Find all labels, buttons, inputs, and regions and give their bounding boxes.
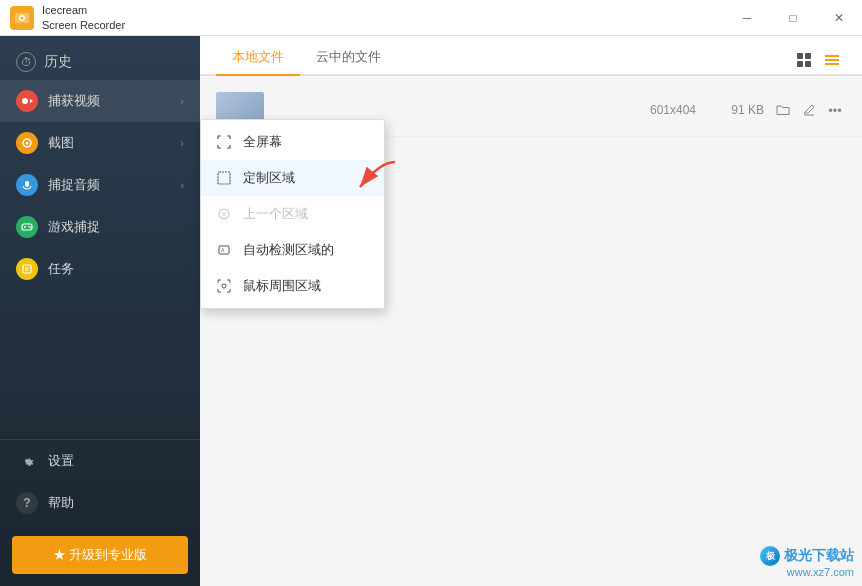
sidebar: ⏱ 历史 捕获视频 › 截图 › 捕捉音频 › — [0, 36, 200, 586]
app-title: Icecream Screen Recorder — [42, 3, 125, 32]
auto-detect-label: 自动检测区域的 — [243, 241, 334, 259]
upgrade-button[interactable]: ★ 升级到专业版 — [12, 536, 188, 574]
audio-label: 捕捉音频 — [48, 176, 180, 194]
audio-icon — [16, 174, 38, 196]
svg-rect-20 — [825, 55, 839, 57]
app-icon — [10, 6, 34, 30]
custom-area-label: 定制区域 — [243, 169, 295, 187]
watermark-logo-icon: 极 — [760, 546, 780, 566]
watermark-brand: 极 极光下载站 — [760, 546, 854, 566]
window-controls: ─ □ ✕ — [724, 0, 862, 36]
svg-rect-24 — [218, 172, 230, 184]
file-size: 91 KB — [704, 103, 764, 117]
last-area-label: 上一个区域 — [243, 205, 308, 223]
list-view-icon[interactable] — [818, 46, 846, 74]
help-icon: ? — [16, 492, 38, 514]
svg-point-2 — [21, 16, 24, 19]
game-label: 游戏捕捉 — [48, 218, 184, 236]
svg-point-25 — [219, 209, 229, 219]
tab-local-files[interactable]: 本地文件 — [216, 40, 300, 76]
screenshot-label: 截图 — [48, 134, 180, 152]
history-icon: ⏱ — [16, 52, 36, 72]
fullscreen-label: 全屏幕 — [243, 133, 282, 151]
svg-point-28 — [222, 284, 226, 288]
svg-rect-19 — [805, 61, 811, 67]
mouse-area-label: 鼠标周围区域 — [243, 277, 321, 295]
custom-area-icon — [215, 169, 233, 187]
history-label: 历史 — [44, 53, 72, 71]
svg-rect-7 — [25, 181, 29, 187]
svg-rect-21 — [825, 59, 839, 61]
svg-rect-16 — [797, 53, 803, 59]
tasks-icon — [16, 258, 38, 280]
svg-marker-4 — [30, 99, 33, 103]
sidebar-item-screenshot[interactable]: 截图 › — [0, 122, 200, 164]
maximize-button[interactable]: □ — [770, 0, 816, 36]
settings-icon — [16, 450, 38, 472]
svg-point-12 — [30, 227, 32, 229]
sidebar-history-header: ⏱ 历史 — [0, 36, 200, 80]
last-area-icon — [215, 205, 233, 223]
tab-cloud-files[interactable]: 云中的文件 — [300, 40, 397, 76]
sidebar-item-capture-video[interactable]: 捕获视频 › — [0, 80, 200, 122]
help-label: 帮助 — [48, 494, 184, 512]
watermark-url: www.xz7.com — [787, 566, 854, 578]
app-branding: Icecream Screen Recorder — [0, 3, 125, 32]
audio-arrow: › — [180, 179, 184, 191]
svg-rect-18 — [797, 61, 803, 67]
close-button[interactable]: ✕ — [816, 0, 862, 36]
capture-video-icon — [16, 90, 38, 112]
svg-point-3 — [22, 98, 28, 104]
tasks-label: 任务 — [48, 260, 184, 278]
watermark: 极 极光下载站 www.xz7.com — [760, 546, 854, 578]
minimize-button[interactable]: ─ — [724, 0, 770, 36]
svg-text:A: A — [221, 247, 225, 253]
file-dimensions: 601x404 — [616, 103, 696, 117]
svg-point-11 — [28, 226, 30, 228]
dropdown-item-fullscreen[interactable]: 全屏幕 — [201, 124, 384, 160]
screenshot-icon — [16, 132, 38, 154]
settings-label: 设置 — [48, 452, 184, 470]
dropdown-item-auto-detect[interactable]: A 自动检测区域的 — [201, 232, 384, 268]
game-icon — [16, 216, 38, 238]
more-options-icon[interactable]: ••• — [824, 99, 846, 121]
capture-video-label: 捕获视频 — [48, 92, 180, 110]
grid-view-icon[interactable] — [790, 46, 818, 74]
dropdown-item-custom-area[interactable]: 定制区域 — [201, 160, 384, 196]
mouse-area-icon — [215, 277, 233, 295]
dropdown-item-last-area: 上一个区域 — [201, 196, 384, 232]
sidebar-item-audio[interactable]: 捕捉音频 › — [0, 164, 200, 206]
svg-rect-13 — [23, 265, 31, 273]
sidebar-item-tasks[interactable]: 任务 — [0, 248, 200, 290]
auto-detect-icon: A — [215, 241, 233, 259]
svg-rect-17 — [805, 53, 811, 59]
fullscreen-icon — [215, 133, 233, 151]
edit-icon[interactable] — [798, 99, 820, 121]
svg-point-6 — [26, 142, 29, 145]
open-folder-icon[interactable] — [772, 99, 794, 121]
svg-rect-22 — [825, 63, 839, 65]
tabs-bar: 本地文件 云中的文件 — [200, 36, 862, 76]
capture-video-arrow: › — [180, 95, 184, 107]
sidebar-bottom: 设置 ? 帮助 ★ 升级到专业版 — [0, 439, 200, 586]
screenshot-arrow: › — [180, 137, 184, 149]
file-actions: ••• — [772, 99, 846, 121]
sidebar-item-game[interactable]: 游戏捕捉 — [0, 206, 200, 248]
sidebar-item-help[interactable]: ? 帮助 — [0, 482, 200, 524]
main-layout: ⏱ 历史 捕获视频 › 截图 › 捕捉音频 › — [0, 36, 862, 586]
sidebar-item-settings[interactable]: 设置 — [0, 440, 200, 482]
dropdown-menu: 全屏幕 定制区域 上一个区域 A 自动检测区域的 鼠标周围区域 — [200, 119, 385, 309]
dropdown-item-mouse-area[interactable]: 鼠标周围区域 — [201, 268, 384, 304]
title-bar: Icecream Screen Recorder ─ □ ✕ — [0, 0, 862, 36]
